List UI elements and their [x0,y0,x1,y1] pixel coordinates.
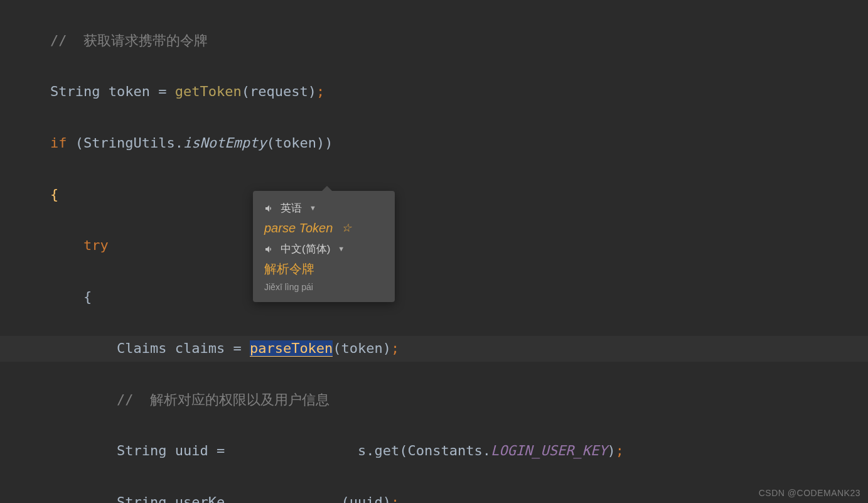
target-lang-label: 中文(简体) [281,241,330,257]
chevron-down-icon[interactable]: ▼ [309,203,316,214]
code-line: { [0,284,868,310]
comment: // 获取请求携带的令牌 [50,33,208,48]
code-line-highlighted: Claims claims = parseToken(token); [0,336,868,362]
code-line: String userKe (uuid); [0,490,868,503]
code-line: { [0,182,868,208]
code-line: String token = getToken(request); [0,79,868,105]
star-icon[interactable]: ☆ [341,219,351,237]
source-lang-label: 英语 [281,200,302,217]
code-editor[interactable]: // 获取请求携带的令牌 String token = getToken(req… [0,0,868,503]
code-line: if (StringUtils.isNotEmpty(token)) [0,131,868,156]
speaker-icon[interactable] [264,244,274,254]
translation-tooltip[interactable]: 英语▼ parse Token ☆ 中文(简体)▼ 解析令牌 Jiěxī lìn… [253,191,395,302]
tooltip-target-lang-row[interactable]: 中文(简体)▼ [264,241,383,257]
speaker-icon[interactable] [264,203,274,214]
code-line: try [0,233,868,259]
code-line: // 获取请求携带的令牌 [0,28,868,54]
comment: // 解析对应的权限以及用户信息 [117,392,330,408]
tooltip-translation: 解析令牌 [264,259,383,279]
tooltip-arrow [322,186,332,191]
chevron-down-icon[interactable]: ▼ [338,244,345,255]
tooltip-source-lang-row[interactable]: 英语▼ [264,200,383,217]
selected-token[interactable]: parseToken [250,340,333,357]
tooltip-source-text: parse Token ☆ [264,218,383,238]
tooltip-pinyin: Jiěxī lìng pái [264,280,383,294]
code-line: String uuid = s.get(Constants.LOGIN_USER… [0,438,868,464]
watermark: CSDN @CODEMANK23 [759,488,860,498]
code-line: // 解析对应的权限以及用户信息 [0,387,868,413]
